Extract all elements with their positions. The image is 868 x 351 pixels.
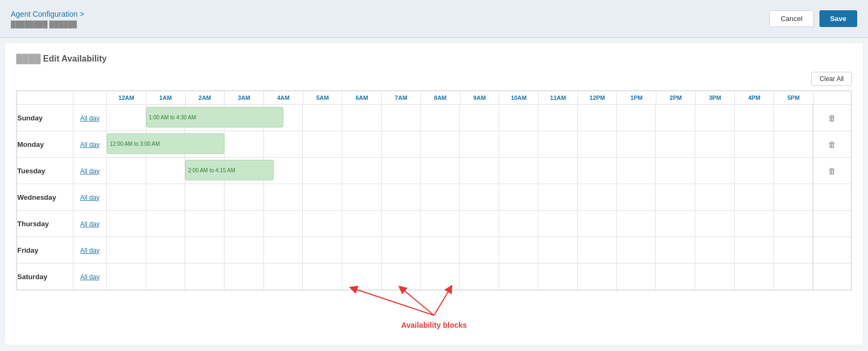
time-grid-wednesday[interactable]: [107, 184, 813, 211]
availability-calendar: 12AM1AM2AM3AM4AM5AM6AM7AM8AM9AM10AM11AM1…: [17, 91, 851, 290]
day-name-saturday: Saturday: [17, 264, 73, 290]
day-row-wednesday: WednesdayAll day: [17, 184, 851, 211]
allday-wednesday[interactable]: All day: [73, 184, 106, 211]
day-row-tuesday: TuesdayAll day2:00 AM to 4:15 AM🗑: [17, 158, 851, 184]
allday-monday[interactable]: All day: [73, 131, 106, 158]
day-name-tuesday: Tuesday: [17, 158, 73, 184]
day-row-friday: FridayAll day: [17, 237, 851, 264]
time-header-5am: 5AM: [303, 91, 342, 105]
day-name-wednesday: Wednesday: [17, 184, 73, 211]
header-actions: Cancel Save: [769, 10, 857, 27]
time-header-3am: 3AM: [225, 91, 264, 105]
allday-saturday[interactable]: All day: [73, 264, 106, 290]
save-button[interactable]: Save: [819, 10, 857, 27]
calendar-body: SundayAll day1:00 AM to 4:30 AM🗑MondayAl…: [17, 105, 851, 290]
avail-block-monday[interactable]: 12:00 AM to 3:00 AM: [107, 133, 225, 154]
delete-wednesday: [813, 184, 851, 211]
time-header-12pm: 12PM: [578, 91, 617, 105]
day-col-header: [17, 91, 73, 105]
allday-col-header: [73, 91, 106, 105]
delete-tuesday[interactable]: 🗑: [813, 158, 851, 184]
day-row-sunday: SundayAll day1:00 AM to 4:30 AM🗑: [17, 105, 851, 131]
day-name-friday: Friday: [17, 237, 73, 264]
day-name-monday: Monday: [17, 131, 73, 158]
arrows-svg: [245, 283, 623, 321]
delete-monday[interactable]: 🗑: [813, 131, 851, 158]
time-header-7am: 7AM: [382, 91, 421, 105]
time-grid-sunday[interactable]: 1:00 AM to 4:30 AM: [107, 105, 813, 131]
delete-friday: [813, 237, 851, 264]
trash-icon[interactable]: 🗑: [828, 113, 836, 123]
main-content: ████ Edit Availability Clear All 12AM1AM…: [5, 43, 863, 345]
delete-col-header: [813, 91, 851, 105]
clear-all-row: Clear All: [16, 72, 852, 86]
day-row-thursday: ThursdayAll day: [17, 211, 851, 237]
section-title: ████ Edit Availability: [16, 54, 852, 64]
annotation-area: Availability blocks: [16, 291, 852, 334]
time-header-1am: 1AM: [146, 91, 185, 105]
svg-line-2: [434, 288, 450, 315]
time-header-row: 12AM1AM2AM3AM4AM5AM6AM7AM8AM9AM10AM11AM1…: [17, 91, 851, 105]
allday-sunday[interactable]: All day: [73, 105, 106, 131]
annotation-label: Availability blocks: [245, 321, 623, 334]
time-header-3pm: 3PM: [695, 91, 735, 105]
calendar-container: 12AM1AM2AM3AM4AM5AM6AM7AM8AM9AM10AM11AM1…: [16, 90, 852, 334]
header-left: Agent Configuration > ████████ ██████: [11, 10, 84, 28]
clear-all-button[interactable]: Clear All: [811, 72, 852, 86]
breadcrumb[interactable]: Agent Configuration >: [11, 10, 84, 18]
time-header-11am: 11AM: [538, 91, 578, 105]
time-header-2am: 2AM: [185, 91, 225, 105]
calendar-wrapper: 12AM1AM2AM3AM4AM5AM6AM7AM8AM9AM10AM11AM1…: [16, 90, 852, 291]
time-grid-monday[interactable]: 12:00 AM to 3:00 AM: [107, 131, 813, 158]
time-grid-thursday[interactable]: [107, 211, 813, 237]
svg-line-0: [353, 288, 434, 315]
trash-icon[interactable]: 🗑: [828, 166, 836, 176]
time-header-6am: 6AM: [342, 91, 382, 105]
time-header-1pm: 1PM: [617, 91, 656, 105]
time-header-4am: 4AM: [263, 91, 303, 105]
time-header-12am: 12AM: [107, 91, 146, 105]
time-grid-friday[interactable]: [107, 237, 813, 264]
delete-thursday: [813, 211, 851, 237]
subtitle: ████████ ██████: [11, 21, 84, 28]
delete-saturday: [813, 264, 851, 290]
delete-sunday[interactable]: 🗑: [813, 105, 851, 131]
time-header-2pm: 2PM: [656, 91, 696, 105]
allday-friday[interactable]: All day: [73, 237, 106, 264]
day-name-sunday: Sunday: [17, 105, 73, 131]
day-row-monday: MondayAll day12:00 AM to 3:00 AM🗑: [17, 131, 851, 158]
time-header-8am: 8AM: [421, 91, 460, 105]
cancel-button[interactable]: Cancel: [769, 10, 813, 27]
time-header-9am: 9AM: [460, 91, 499, 105]
time-header-5pm: 5PM: [774, 91, 813, 105]
page-header: Agent Configuration > ████████ ██████ Ca…: [0, 0, 868, 38]
time-header-4pm: 4PM: [735, 91, 774, 105]
avail-block-sunday[interactable]: 1:00 AM to 4:30 AM: [146, 107, 283, 127]
svg-line-1: [402, 288, 434, 315]
avail-block-tuesday[interactable]: 2:00 AM to 4:15 AM: [185, 160, 273, 180]
allday-thursday[interactable]: All day: [73, 211, 106, 237]
trash-icon[interactable]: 🗑: [828, 140, 836, 149]
time-grid-tuesday[interactable]: 2:00 AM to 4:15 AM: [107, 158, 813, 184]
allday-tuesday[interactable]: All day: [73, 158, 106, 184]
day-name-thursday: Thursday: [17, 211, 73, 237]
time-header-10am: 10AM: [499, 91, 539, 105]
